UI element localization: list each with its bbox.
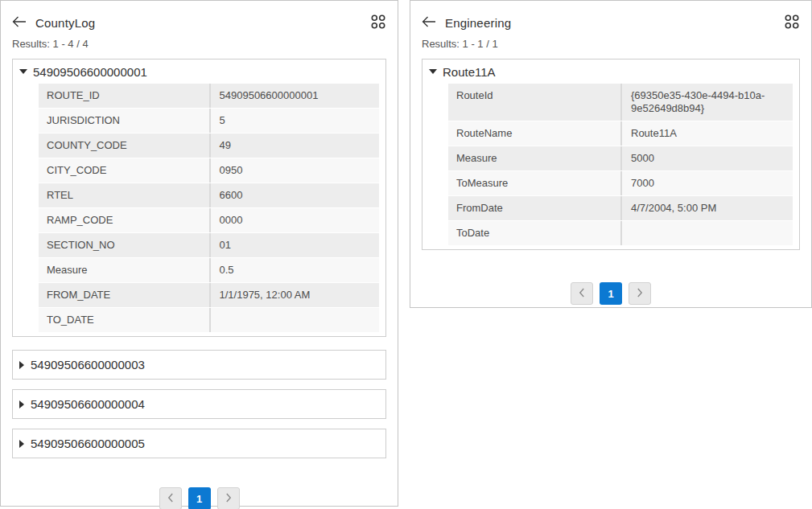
field-label: RTEL: [39, 183, 209, 207]
back-button[interactable]: [422, 16, 436, 30]
pagination: 1: [12, 487, 386, 509]
table-row: RAMP_CODE 0000: [39, 208, 379, 233]
engineering-header: Engineering: [422, 14, 800, 31]
feature-card-expanded: 54909506600000001 ROUTE_ID 5490950660000…: [12, 59, 386, 337]
field-value: [209, 308, 380, 332]
arrow-left-icon: [12, 16, 27, 30]
field-label: Measure: [448, 146, 620, 170]
field-label: ToMeasure: [448, 171, 620, 195]
feature-title: 54909506600000001: [33, 65, 147, 79]
layer-options-button[interactable]: [371, 14, 386, 31]
field-label: COUNTY_CODE: [39, 133, 209, 158]
feature-title: Route11A: [443, 65, 496, 79]
field-value: 4/7/2004, 5:00 PM: [620, 196, 793, 220]
field-label: CITY_CODE: [39, 158, 209, 183]
engineering-panel: Engineering Results: 1 - 1 / 1 Route11A …: [410, 0, 812, 308]
field-value: 1/1/1975, 12:00 AM: [209, 283, 380, 307]
grid-of-circles-icon: [785, 14, 800, 31]
field-value: {69350e35-430e-4494-b10a-9e52649d8b94}: [620, 84, 793, 121]
countylog-panel: CountyLog Results: 1 - 4 / 4 54909506600…: [0, 0, 398, 507]
feature-card-expanded: Route11A RouteId {69350e35-430e-4494-b10…: [422, 59, 800, 250]
table-row: RouteName Route11A: [448, 121, 793, 146]
chevron-right-icon: [225, 493, 232, 505]
field-value: [620, 221, 793, 245]
field-label: SECTION_NO: [39, 233, 209, 257]
field-value: 5000: [620, 146, 793, 170]
field-value: 5: [209, 109, 380, 133]
field-value: 6600: [209, 183, 380, 207]
back-button[interactable]: [12, 16, 27, 30]
field-label: RouteId: [448, 84, 620, 121]
table-row: COUNTY_CODE 49: [39, 133, 379, 158]
feature-title: 54909506600000005: [31, 437, 145, 450]
attributes-table: ROUTE_ID 54909506600000001 JURISDICTION …: [39, 84, 379, 332]
table-row: SECTION_NO 01: [39, 233, 379, 258]
feature-card-header[interactable]: 54909506600000001: [13, 60, 385, 84]
table-row: Measure 5000: [448, 146, 793, 171]
chevron-left-icon: [167, 493, 174, 505]
field-value: Route11A: [620, 121, 793, 146]
field-label: ROUTE_ID: [39, 84, 209, 108]
previous-page-button[interactable]: [571, 282, 593, 305]
caret-down-icon: [429, 69, 437, 74]
next-page-button[interactable]: [629, 282, 651, 305]
field-label: JURISDICTION: [39, 109, 209, 133]
feature-card-collapsed[interactable]: 54909506600000005: [12, 429, 386, 458]
field-label: FROM_DATE: [39, 283, 209, 307]
field-label: Measure: [39, 258, 209, 282]
layer-options-button[interactable]: [785, 14, 800, 31]
caret-right-icon: [19, 400, 24, 408]
chevron-right-icon: [637, 288, 643, 300]
field-value: 49: [209, 133, 380, 158]
table-row: ToMeasure 7000: [448, 171, 793, 196]
feature-card-collapsed[interactable]: 54909506600000004: [12, 389, 386, 419]
table-row: CITY_CODE 0950: [39, 158, 379, 183]
current-page-button[interactable]: 1: [600, 282, 622, 305]
page-title: CountyLog: [35, 16, 95, 30]
pagination: 1: [422, 282, 800, 305]
table-row: TO_DATE: [39, 308, 379, 332]
arrow-left-icon: [422, 16, 436, 30]
table-row: RouteId {69350e35-430e-4494-b10a-9e52649…: [448, 84, 793, 121]
feature-title: 54909506600000004: [31, 397, 145, 411]
field-value: 54909506600000001: [209, 84, 380, 108]
table-row: RTEL 6600: [39, 183, 379, 208]
table-row: ToDate: [448, 221, 793, 245]
table-row: FROM_DATE 1/1/1975, 12:00 AM: [39, 283, 379, 308]
field-label: RouteName: [448, 121, 620, 146]
field-value: 7000: [620, 171, 793, 195]
feature-card-header[interactable]: Route11A: [422, 60, 799, 84]
chevron-left-icon: [579, 288, 585, 300]
previous-page-button[interactable]: [159, 487, 182, 509]
current-page-button[interactable]: 1: [188, 487, 211, 509]
results-count: Results: 1 - 1 / 1: [422, 38, 800, 50]
field-value: 0950: [209, 158, 380, 183]
field-label: TO_DATE: [39, 308, 209, 332]
table-row: ROUTE_ID 54909506600000001: [39, 84, 379, 109]
table-row: Measure 0.5: [39, 258, 379, 283]
field-value: 0.5: [209, 258, 380, 282]
feature-title: 54909506600000003: [31, 358, 145, 371]
field-label: ToDate: [448, 221, 620, 245]
field-value: 01: [209, 233, 380, 257]
feature-card-collapsed[interactable]: 54909506600000003: [12, 350, 386, 380]
next-page-button[interactable]: [217, 487, 240, 509]
countylog-header: CountyLog: [12, 14, 386, 31]
caret-right-icon: [19, 440, 24, 448]
results-count: Results: 1 - 4 / 4: [12, 38, 386, 50]
field-label: RAMP_CODE: [39, 208, 209, 232]
attributes-table: RouteId {69350e35-430e-4494-b10a-9e52649…: [448, 84, 793, 245]
table-row: JURISDICTION 5: [39, 109, 379, 133]
caret-right-icon: [19, 361, 24, 369]
caret-down-icon: [19, 69, 27, 74]
page-title: Engineering: [445, 16, 511, 30]
grid-of-circles-icon: [371, 14, 386, 31]
table-row: FromDate 4/7/2004, 5:00 PM: [448, 196, 793, 221]
field-label: FromDate: [448, 196, 620, 220]
field-value: 0000: [209, 208, 380, 232]
